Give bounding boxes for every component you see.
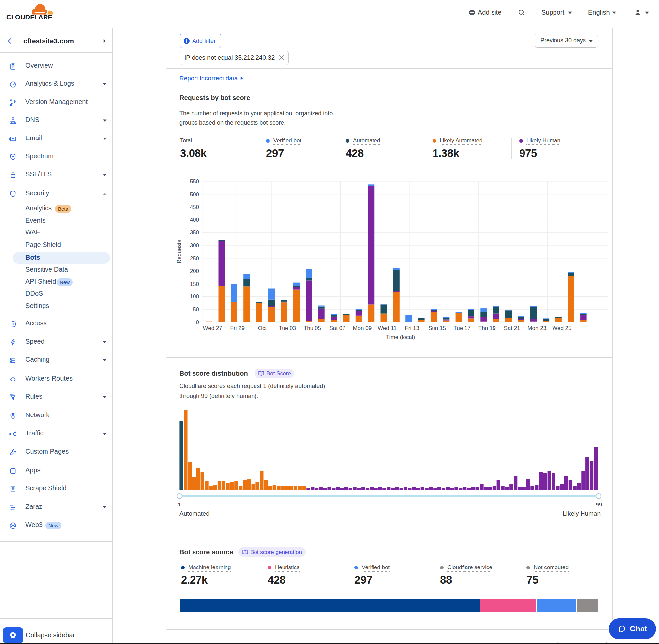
svg-text:Sat 21: Sat 21 xyxy=(504,325,520,331)
svg-text:Tue 03: Tue 03 xyxy=(279,325,296,331)
svg-text:Wed 25: Wed 25 xyxy=(552,325,571,331)
svg-text:550: 550 xyxy=(190,178,199,185)
svg-text:0: 0 xyxy=(196,319,199,325)
svg-text:Wed 11: Wed 11 xyxy=(378,325,397,331)
svg-text:Tue 17: Tue 17 xyxy=(453,325,470,331)
svg-text:Wed 27: Wed 27 xyxy=(203,325,222,331)
svg-text:250: 250 xyxy=(190,255,199,261)
svg-text:Fri 13: Fri 13 xyxy=(405,325,419,331)
svg-text:Requests: Requests xyxy=(176,240,182,263)
svg-text:Time (local): Time (local) xyxy=(386,334,415,340)
svg-text:300: 300 xyxy=(190,243,199,249)
svg-text:Oct: Oct xyxy=(258,325,267,331)
svg-text:400: 400 xyxy=(190,217,199,223)
svg-text:Thu 19: Thu 19 xyxy=(478,325,496,331)
svg-text:150: 150 xyxy=(190,281,199,287)
svg-text:500: 500 xyxy=(190,191,199,198)
svg-text:100: 100 xyxy=(190,294,199,300)
svg-text:200: 200 xyxy=(190,268,199,274)
svg-text:Sat 07: Sat 07 xyxy=(329,325,346,331)
svg-text:Sun 15: Sun 15 xyxy=(428,325,446,331)
svg-text:450: 450 xyxy=(190,204,199,210)
svg-text:CLOUDFLARE: CLOUDFLARE xyxy=(6,15,52,20)
svg-text:Mon 09: Mon 09 xyxy=(353,325,372,331)
svg-text:50: 50 xyxy=(193,306,199,313)
svg-text:Thu 05: Thu 05 xyxy=(304,325,321,331)
svg-text:Fri 29: Fri 29 xyxy=(231,325,244,331)
svg-text:Mon 23: Mon 23 xyxy=(527,325,546,331)
svg-text:350: 350 xyxy=(190,230,199,236)
